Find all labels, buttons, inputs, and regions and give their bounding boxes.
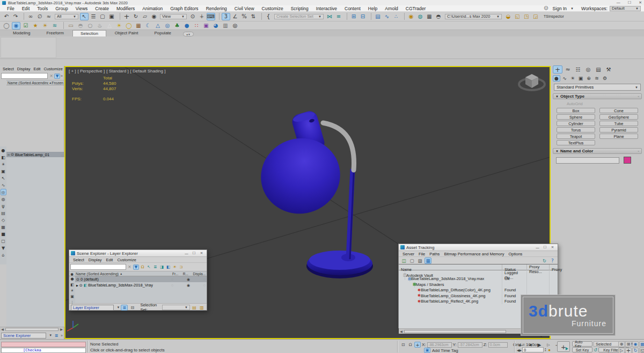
asset-menu-file[interactable]: File bbox=[416, 252, 427, 256]
view-cube[interactable] bbox=[519, 74, 545, 90]
object-type-button-tube[interactable]: Tube bbox=[599, 121, 638, 126]
close-window-icon[interactable]: ✕ bbox=[549, 245, 556, 250]
name-and-color-rollout[interactable]: ▼ Name and Color ▫ bbox=[553, 148, 642, 154]
ts-inspector-label[interactable]: TSInspector bbox=[544, 14, 564, 18]
collapse-all-icon[interactable]: ◧ bbox=[165, 264, 171, 270]
geometry-category-icon[interactable]: ● bbox=[553, 75, 560, 82]
layer-menu-display[interactable]: Display bbox=[86, 258, 104, 262]
layer-explorer-titlebar[interactable]: Scene Explorer - Layer Explorer — ☐ ✕ bbox=[69, 250, 207, 257]
menu-help[interactable]: Help bbox=[364, 6, 381, 11]
vault-login-icon[interactable]: ◫ bbox=[400, 258, 407, 264]
explorer-menu-select[interactable]: Select bbox=[1, 67, 16, 71]
explorer-mode-dropdown[interactable]: Scene Explorer bbox=[1, 333, 46, 339]
asset-row[interactable]: ◫Autodesk VaultLogged Ou... bbox=[399, 270, 558, 276]
ribbon-tab-selection[interactable]: Selection bbox=[72, 30, 106, 36]
key-mode-toggle-icon[interactable]: ● bbox=[548, 348, 551, 352]
mirror-icon[interactable]: ⋈ bbox=[325, 13, 334, 20]
primitive-dome-icon[interactable]: ◓ bbox=[76, 22, 85, 30]
hierarchy-view-icon[interactable]: ⊟ bbox=[129, 305, 136, 311]
absolute-offset-toggle-icon[interactable]: + bbox=[414, 342, 421, 348]
select-by-name-icon[interactable]: ☰ bbox=[89, 13, 98, 20]
orbit-icon[interactable]: ↻ bbox=[632, 348, 639, 353]
selection-set-dropdown[interactable]: ▼ bbox=[162, 305, 190, 310]
redo-icon[interactable]: ↷ bbox=[11, 13, 20, 20]
menu-create[interactable]: Create bbox=[91, 6, 113, 11]
stack-layers-icon[interactable]: ≣ bbox=[152, 264, 158, 270]
current-frame-field[interactable]: 0 bbox=[522, 347, 544, 352]
asset-collect-icon[interactable]: ◒ bbox=[504, 13, 513, 20]
layer-list-header[interactable]: ● Name (Sorted Ascending) ▲ Fr... R... D… bbox=[69, 271, 207, 276]
highlight-selected-icon[interactable]: ☀ bbox=[172, 264, 178, 270]
layer-menu-select[interactable]: Select bbox=[71, 258, 86, 262]
table-view-icon[interactable]: ▦ bbox=[425, 258, 431, 264]
bind-to-space-warp-icon[interactable]: ≈ bbox=[45, 13, 53, 20]
layer-name[interactable]: BlueTableLamp_3dsMax-2018_Vray bbox=[88, 283, 153, 288]
menu-cgtrader[interactable]: CGTrader bbox=[402, 6, 429, 11]
asset-menu-paths[interactable]: Paths bbox=[427, 252, 442, 256]
reference-coordinate-dropdown[interactable]: View▼ bbox=[160, 14, 187, 19]
primitive-category-dropdown[interactable]: Standard Primitives ▼ bbox=[554, 84, 641, 91]
zoom-extents-icon[interactable]: ◉ bbox=[632, 341, 639, 347]
ribbon-tab-object-paint[interactable]: Object Paint bbox=[107, 30, 146, 36]
primitive-box-icon[interactable]: ▭ bbox=[67, 22, 75, 30]
clear-search-icon[interactable]: ✕ bbox=[127, 264, 133, 270]
menu-views[interactable]: Views bbox=[72, 6, 92, 11]
asset-tracking-titlebar[interactable]: Asset Tracking — ☐ ✕ bbox=[399, 244, 558, 251]
minimize-window-icon[interactable]: — bbox=[534, 245, 541, 250]
primitive-waffle-icon[interactable]: ▦ bbox=[134, 22, 143, 30]
asset-table-header[interactable]: Name Status Proxy Reso... Proxy bbox=[399, 264, 558, 270]
layer-menu-customize[interactable]: Customize bbox=[115, 258, 138, 262]
render-production-icon[interactable]: ◓ bbox=[434, 13, 443, 20]
asset-inherit-icon[interactable]: ◳ bbox=[522, 13, 531, 20]
layer-explorer-window[interactable]: Scene Explorer - Layer Explorer — ☐ ✕ Se… bbox=[69, 249, 207, 311]
frozen-column-header[interactable]: Fr... bbox=[172, 272, 178, 276]
time-tag-icon[interactable]: ▣ bbox=[424, 348, 430, 353]
menu-customize[interactable]: Customize bbox=[258, 6, 287, 11]
menu-animation[interactable]: Animation bbox=[138, 6, 166, 11]
graphite-ribbon-toggle-icon[interactable]: ▤ bbox=[374, 13, 382, 20]
sun-positioner-icon[interactable]: ☀ bbox=[41, 22, 49, 30]
filter-frozen-icon[interactable]: ◇ bbox=[1, 217, 6, 223]
object-type-button-teapot[interactable]: Teapot bbox=[557, 134, 595, 139]
y-coordinate-field[interactable]: -57.2842cm bbox=[458, 342, 482, 348]
space-warps-category-icon[interactable]: ≋ bbox=[593, 75, 601, 82]
filter-list-icon[interactable]: ▼ bbox=[54, 73, 60, 79]
filter-all-icon[interactable]: ● bbox=[1, 147, 6, 153]
new-window-icon[interactable]: ▢ bbox=[408, 258, 415, 264]
create-tab-icon[interactable]: + bbox=[553, 65, 562, 73]
motion-tab-icon[interactable]: ◎ bbox=[583, 65, 593, 73]
x-coordinate-field[interactable]: -86.2963cm bbox=[427, 342, 452, 348]
sign-in-button[interactable]: Sign In bbox=[553, 6, 567, 11]
close-window-icon[interactable]: ✕ bbox=[198, 251, 205, 256]
explorer-mode-dropdown[interactable]: Layer Explorer bbox=[71, 305, 114, 311]
lamp-shade-dome[interactable] bbox=[252, 129, 349, 223]
layer-search-input[interactable] bbox=[70, 264, 126, 270]
maximize-viewport-icon[interactable]: ◱ bbox=[639, 348, 644, 353]
primitive-moon-icon[interactable]: ☾ bbox=[144, 22, 152, 30]
rollout-pin-icon[interactable]: ▫ bbox=[638, 149, 639, 153]
footer-overflow-icon[interactable]: » bbox=[61, 334, 63, 337]
display-tab-icon[interactable]: ▤ bbox=[594, 65, 603, 73]
menu-modifiers[interactable]: Modifiers bbox=[113, 6, 138, 11]
object-name[interactable]: BlueTableLamp_01 bbox=[15, 152, 49, 157]
selection-lock-icon[interactable]: Ω bbox=[407, 342, 413, 348]
z-coordinate-field[interactable]: 0.0cm bbox=[488, 342, 508, 348]
snaps-toggle-icon[interactable]: 3 bbox=[222, 13, 230, 20]
add-time-tag-button[interactable]: Add Time Tag bbox=[432, 348, 458, 353]
frozen-state-icon[interactable]: ◇ bbox=[61, 153, 63, 157]
hierarchy-tab-icon[interactable]: ☷ bbox=[573, 65, 583, 73]
layer-stack-icon[interactable]: ≣ bbox=[53, 333, 60, 339]
schematic-view-icon[interactable]: ∴ bbox=[392, 13, 400, 20]
asset-menu-server[interactable]: Server bbox=[400, 252, 416, 256]
align-icon[interactable]: ≡ bbox=[334, 13, 343, 20]
object-name-field[interactable] bbox=[556, 157, 619, 164]
render-column-header[interactable]: R... bbox=[183, 272, 188, 276]
viewport-label-[interactable]: [ + ] bbox=[69, 69, 76, 73]
scene-explorer-search-input[interactable] bbox=[1, 73, 48, 79]
visibility-eye-icon[interactable]: ⊙ bbox=[76, 277, 79, 282]
cameras-category-icon[interactable]: ▣ bbox=[577, 75, 584, 82]
primitive-torus-icon[interactable]: ◎ bbox=[231, 22, 239, 30]
layer-menu-edit[interactable]: Edit bbox=[104, 258, 115, 262]
grab-layer-icon[interactable]: ⊐ bbox=[178, 264, 184, 270]
primitive-pyramid-icon[interactable]: △ bbox=[153, 22, 162, 30]
